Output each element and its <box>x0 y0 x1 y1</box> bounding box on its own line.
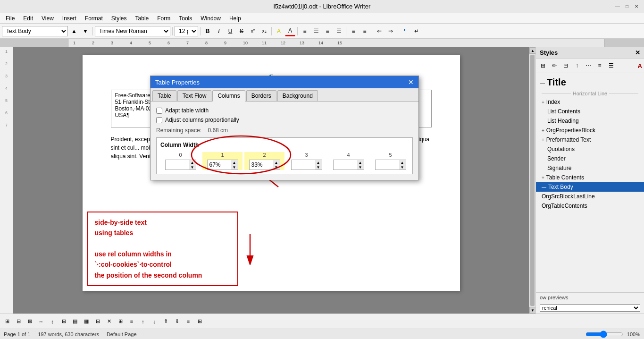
scroll-up-btn[interactable]: ▲ <box>529 47 536 54</box>
btb-btn-1[interactable]: ⊞ <box>2 316 12 327</box>
menu-form[interactable]: Form <box>153 14 174 23</box>
style-up-btn[interactable]: ▲ <box>69 26 79 36</box>
vertical-scrollbar[interactable]: ▲ ▼ <box>529 47 535 314</box>
font-color-button[interactable]: A <box>285 26 295 36</box>
btb-btn-4[interactable]: ↔ <box>36 316 46 327</box>
col-spin-up-0[interactable]: ▲ <box>189 160 196 165</box>
col-input-0[interactable] <box>166 161 189 169</box>
styles-tb-btn-2[interactable]: ✏ <box>549 60 560 71</box>
menu-tools[interactable]: Tools <box>175 14 196 23</box>
btb-btn-13[interactable]: ↑ <box>138 316 148 327</box>
col-input-2[interactable] <box>250 161 273 169</box>
highlight-button[interactable]: A <box>274 26 284 36</box>
col-spin-down-3[interactable]: ▼ <box>315 165 322 170</box>
btb-btn-16[interactable]: ⇓ <box>172 316 182 327</box>
btb-btn-7[interactable]: ▤ <box>70 316 80 327</box>
styles-item-list-contents[interactable]: List Contents <box>536 107 644 116</box>
col-input-3[interactable] <box>292 161 315 169</box>
menu-edit[interactable]: Edit <box>19 14 37 23</box>
btb-btn-6[interactable]: ⊞ <box>59 316 69 327</box>
styles-item-table-contents[interactable]: + Table Contents <box>536 173 644 182</box>
btb-btn-14[interactable]: ↓ <box>149 316 159 327</box>
menu-view[interactable]: View <box>38 14 58 23</box>
title-style-label[interactable]: Title <box>547 77 566 88</box>
style-dropdown[interactable]: Text Body <box>2 26 68 36</box>
tab-columns[interactable]: Columns <box>212 90 245 102</box>
tab-background[interactable]: Background <box>277 90 318 101</box>
col-spin-down-1[interactable]: ▼ <box>231 165 238 170</box>
styles-tb-btn-5[interactable]: ⋯ <box>583 60 594 71</box>
tab-textflow[interactable]: Text Flow <box>177 90 212 101</box>
tab-table[interactable]: Table <box>152 90 176 101</box>
adapt-table-checkbox[interactable] <box>156 108 162 114</box>
menu-help[interactable]: Help <box>226 14 245 23</box>
col-spin-up-5[interactable]: ▲ <box>399 160 406 165</box>
align-left-btn[interactable]: ≡ <box>300 26 310 36</box>
paragraph-marks-btn[interactable]: ¶ <box>400 26 410 36</box>
styles-tb-btn-7[interactable]: ☰ <box>606 60 616 71</box>
menu-file[interactable]: File <box>2 14 18 23</box>
col-spin-up-3[interactable]: ▲ <box>315 160 322 165</box>
zoom-slider[interactable] <box>585 331 623 338</box>
menu-table[interactable]: Table <box>132 14 153 23</box>
btb-btn-17[interactable]: ≡ <box>183 316 193 327</box>
col-input-5[interactable] <box>376 161 399 169</box>
align-center-btn[interactable]: ☰ <box>311 26 321 36</box>
col-spin-down-4[interactable]: ▼ <box>357 165 364 170</box>
strikethrough-button[interactable]: S <box>236 26 247 36</box>
styles-item-orgtable[interactable]: OrgTableContents <box>536 201 644 211</box>
btb-btn-3[interactable]: ⊠ <box>25 316 35 327</box>
list-ordered-btn[interactable]: ≡ <box>360 26 370 36</box>
styles-item-sender[interactable]: Sender <box>536 154 644 163</box>
btb-btn-5[interactable]: ↕ <box>47 316 58 327</box>
list-unordered-btn[interactable]: ≡ <box>348 26 359 36</box>
styles-tb-btn-1[interactable]: ⊞ <box>538 60 548 71</box>
btb-btn-15[interactable]: ⇑ <box>160 316 171 327</box>
subscript-button[interactable]: x₂ <box>259 26 269 36</box>
align-justify-btn[interactable]: ☰ <box>334 26 344 36</box>
style-down-btn[interactable]: ▼ <box>80 26 91 36</box>
dialog-close-button[interactable]: ✕ <box>408 78 414 86</box>
menu-insert[interactable]: Insert <box>59 14 80 23</box>
styles-item-preformatted[interactable]: + Preformatted Text <box>536 135 644 144</box>
btb-btn-10[interactable]: ✕ <box>104 316 114 327</box>
styles-item-orgpropblock[interactable]: + OrgPropertiesBlock <box>536 126 644 135</box>
col-spin-down-2[interactable]: ▼ <box>273 165 280 170</box>
btb-btn-11[interactable]: ⊞ <box>115 316 125 327</box>
indent-decrease-btn[interactable]: ⇐ <box>374 26 385 36</box>
bold-button[interactable]: B <box>202 26 213 36</box>
menu-format[interactable]: Format <box>81 14 107 23</box>
btb-btn-9[interactable]: ⊟ <box>92 316 103 327</box>
styles-close-btn[interactable]: ✕ <box>635 49 640 56</box>
styles-color-btn[interactable]: A <box>638 62 642 69</box>
size-dropdown[interactable]: 12 pt <box>175 26 198 36</box>
indent-increase-btn[interactable]: ⇒ <box>385 26 396 36</box>
styles-hierarchy-dropdown[interactable]: rchical <box>540 304 640 312</box>
scroll-thumb[interactable] <box>530 55 535 306</box>
col-spin-down-5[interactable]: ▼ <box>399 165 406 170</box>
btb-btn-8[interactable]: ▦ <box>81 316 92 327</box>
styles-tb-btn-6[interactable]: ≡ <box>594 60 605 71</box>
styles-item-list-heading[interactable]: List Heading <box>536 116 644 126</box>
tab-borders[interactable]: Borders <box>246 90 276 101</box>
col-input-4[interactable] <box>334 161 357 169</box>
styles-tb-btn-4[interactable]: ↑ <box>572 60 582 71</box>
align-right-btn[interactable]: ≡ <box>322 26 333 36</box>
styles-item-index[interactable]: + Index <box>536 97 644 107</box>
btb-btn-12[interactable]: ≡ <box>126 316 137 327</box>
styles-item-signature[interactable]: Signature <box>536 163 644 173</box>
styles-item-orgsrc[interactable]: OrgSrcBlockLastLine <box>536 192 644 201</box>
adjust-columns-checkbox[interactable] <box>156 117 162 123</box>
italic-button[interactable]: I <box>214 26 224 36</box>
styles-item-text-body[interactable]: — Text Body <box>536 182 644 192</box>
menu-styles[interactable]: Styles <box>108 14 131 23</box>
col-input-1[interactable] <box>208 161 231 169</box>
btb-btn-2[interactable]: ⊟ <box>13 316 24 327</box>
col-spin-up-1[interactable]: ▲ <box>231 160 238 165</box>
col-spin-up-2[interactable]: ▲ <box>273 160 280 165</box>
maximize-button[interactable]: □ <box>623 3 631 10</box>
col-spin-down-0[interactable]: ▼ <box>189 165 196 170</box>
col-spin-up-4[interactable]: ▲ <box>357 160 364 165</box>
menu-window[interactable]: Window <box>197 14 225 23</box>
font-dropdown[interactable]: Times New Roman <box>95 26 170 36</box>
